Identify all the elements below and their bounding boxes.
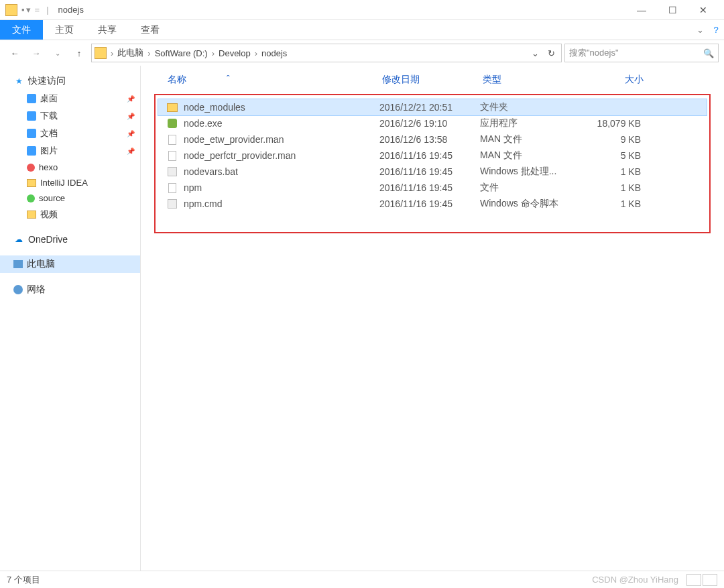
- view-icons-button[interactable]: [703, 574, 717, 586]
- forward-button[interactable]: →: [27, 44, 46, 62]
- file-icon: [166, 182, 178, 194]
- file-row[interactable]: npm.cmd2016/11/16 19:45Windows 命令脚本1 KB: [158, 196, 707, 212]
- status-bar: 7 个项目 CSDN @Zhou YiHang: [0, 571, 724, 588]
- file-type: 文件夹: [480, 101, 581, 113]
- file-list: node_modules2016/12/21 20:51文件夹node.exe2…: [154, 94, 711, 233]
- sidebar-item-label: source: [39, 193, 65, 203]
- file-name: npm.cmd: [184, 198, 379, 209]
- bat-icon: [166, 166, 178, 178]
- file-row[interactable]: nodevars.bat2016/11/16 19:45Windows 批处理.…: [158, 164, 707, 180]
- file-date: 2016/12/6 13:58: [379, 134, 480, 145]
- tab-home[interactable]: 主页: [43, 20, 86, 40]
- blue-icon: [27, 146, 36, 156]
- blue-icon: [27, 94, 36, 103]
- file-row[interactable]: npm2016/11/16 19:45文件1 KB: [158, 180, 707, 196]
- blue-icon: [27, 129, 36, 138]
- refresh-icon[interactable]: ↻: [544, 48, 558, 58]
- help-icon[interactable]: ?: [708, 20, 724, 40]
- column-headers: 名称ˆ 修改日期 类型 大小: [154, 70, 711, 91]
- pin-icon: 📌: [127, 95, 135, 103]
- separator: =: [35, 5, 40, 15]
- address-dropdown-icon[interactable]: ⌄: [528, 48, 542, 58]
- file-type: Windows 批处理...: [480, 166, 581, 178]
- file-icon: [166, 150, 178, 162]
- sidebar-item[interactable]: 图片📌: [0, 142, 140, 160]
- ribbon-expand-icon[interactable]: ⌄: [692, 20, 708, 40]
- file-date: 2016/11/16 19:45: [379, 182, 480, 193]
- file-type: MAN 文件: [480, 133, 581, 145]
- sidebar-item[interactable]: 文档📌: [0, 125, 140, 142]
- file-row[interactable]: node_etw_provider.man2016/12/6 13:58MAN …: [158, 131, 707, 148]
- green-icon: [27, 194, 35, 202]
- sidebar-item-label: 图片: [40, 145, 58, 157]
- sidebar-onedrive[interactable]: ☁ OneDrive: [0, 231, 140, 247]
- close-button[interactable]: ✕: [688, 1, 719, 19]
- sidebar-item-label: 桌面: [40, 93, 58, 105]
- column-date[interactable]: 修改日期: [382, 74, 483, 86]
- maximize-button[interactable]: ☐: [657, 1, 688, 19]
- watermark: CSDN @Zhou YiHang: [592, 575, 678, 585]
- tab-file[interactable]: 文件: [0, 20, 43, 40]
- window-title: nodejs: [58, 5, 84, 15]
- minimize-button[interactable]: ―: [626, 1, 657, 19]
- file-date: 2016/12/6 19:10: [379, 118, 480, 129]
- up-button[interactable]: ↑: [70, 44, 88, 62]
- sort-asc-icon: ˆ: [227, 74, 230, 84]
- back-button[interactable]: ←: [5, 44, 24, 62]
- red-icon: [27, 164, 35, 172]
- file-size: 18,079 KB: [581, 118, 641, 129]
- breadcrumb-item[interactable]: 此电脑: [113, 47, 147, 59]
- sidebar-item-label: IntelliJ IDEA: [40, 178, 88, 188]
- file-size: 1 KB: [581, 182, 641, 193]
- file-name: node_modules: [184, 102, 379, 113]
- column-type[interactable]: 类型: [483, 74, 583, 86]
- search-placeholder: 搜索"nodejs": [569, 47, 619, 59]
- file-name: npm: [184, 182, 379, 193]
- sidebar-item-label: 文档: [40, 127, 58, 139]
- file-row[interactable]: node_perfctr_provider.man2016/11/16 19:4…: [158, 148, 707, 164]
- file-type: 文件: [480, 182, 581, 194]
- qat-button[interactable]: ▾: [26, 5, 31, 15]
- file-pane: 名称ˆ 修改日期 类型 大小 node_modules2016/12/21 20…: [141, 66, 724, 571]
- recent-dropdown[interactable]: ⌄: [48, 44, 67, 62]
- sidebar-item-label: 视频: [40, 209, 58, 221]
- separator: |: [46, 5, 48, 15]
- file-icon: [166, 133, 178, 145]
- view-details-button[interactable]: [686, 574, 701, 586]
- bat-icon: [166, 198, 178, 210]
- column-name[interactable]: 名称ˆ: [168, 74, 382, 86]
- tab-view[interactable]: 查看: [129, 20, 172, 40]
- file-date: 2016/11/16 19:45: [379, 166, 480, 177]
- search-input[interactable]: 搜索"nodejs" 🔍: [564, 44, 719, 62]
- file-name: nodevars.bat: [184, 166, 379, 177]
- file-date: 2016/11/16 19:45: [379, 198, 480, 209]
- tab-share[interactable]: 共享: [86, 20, 129, 40]
- file-row[interactable]: node_modules2016/12/21 20:51文件夹: [158, 99, 707, 115]
- sidebar-item[interactable]: 视频: [0, 206, 140, 223]
- column-size[interactable]: 大小: [583, 74, 644, 86]
- ribbon: 文件 主页 共享 查看 ⌄ ?: [0, 20, 724, 40]
- breadcrumb-item[interactable]: SoftWare (D:): [151, 48, 212, 58]
- file-size: 5 KB: [581, 150, 641, 161]
- file-name: node_etw_provider.man: [184, 134, 379, 145]
- sidebar-this-pc[interactable]: 此电脑: [0, 255, 140, 273]
- sidebar-item[interactable]: hexo: [0, 160, 140, 175]
- breadcrumb-item[interactable]: Develop: [215, 48, 255, 58]
- breadcrumb-item[interactable]: nodejs: [257, 48, 291, 58]
- sidebar-item[interactable]: 下载📌: [0, 107, 140, 125]
- pin-icon: 📌: [127, 148, 135, 155]
- network-icon: [13, 285, 23, 294]
- qat-button[interactable]: ▪: [21, 5, 25, 15]
- star-icon: ★: [13, 76, 24, 86]
- address-bar[interactable]: › 此电脑 › SoftWare (D:) › Develop › nodejs…: [91, 44, 562, 62]
- search-icon[interactable]: 🔍: [703, 48, 714, 58]
- sidebar-quick-access[interactable]: ★ 快速访问: [0, 72, 140, 90]
- pin-icon: 📌: [127, 130, 135, 137]
- file-row[interactable]: node.exe2016/12/6 19:10应用程序18,079 KB: [158, 115, 707, 131]
- item-count: 7 个项目: [7, 574, 40, 586]
- sidebar-network[interactable]: 网络: [0, 281, 140, 298]
- sidebar-item[interactable]: 桌面📌: [0, 90, 140, 107]
- sidebar-item[interactable]: source: [0, 190, 140, 206]
- sidebar-item-label: hexo: [39, 162, 58, 172]
- sidebar-item[interactable]: IntelliJ IDEA: [0, 175, 140, 190]
